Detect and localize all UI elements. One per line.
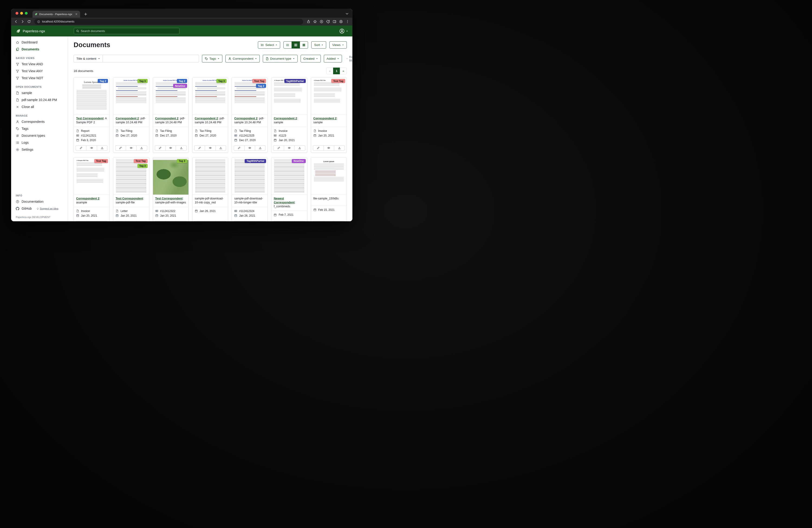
edit-button[interactable] bbox=[273, 145, 284, 151]
filter-text-input[interactable] bbox=[103, 55, 199, 62]
document-title[interactable]: Correspondent 2: pdf-sample 10.24.48 PM bbox=[192, 115, 228, 127]
view-button[interactable] bbox=[86, 221, 97, 222]
download-button[interactable] bbox=[136, 221, 147, 222]
close-window-button[interactable] bbox=[16, 12, 18, 15]
document-title[interactable]: Correspondent 2: sample bbox=[271, 115, 307, 127]
edit-button[interactable] bbox=[234, 221, 244, 222]
document-thumbnail[interactable]: Lorem ipsum bbox=[311, 158, 347, 195]
tag-badge-test-tag[interactable]: Test Tag bbox=[134, 159, 148, 163]
edit-button[interactable] bbox=[313, 145, 323, 151]
sidebar-item-document-types[interactable]: Document types bbox=[11, 132, 68, 139]
correspondent-link[interactable]: Test Correspondent bbox=[155, 197, 183, 200]
edit-button[interactable] bbox=[115, 221, 126, 222]
sidebar-item-tags[interactable]: Tags bbox=[11, 125, 68, 132]
sidebar-item-github[interactable]: GitHubSuggest an idea bbox=[11, 205, 68, 212]
document-title[interactable]: Test Correspondent: sample-pdf-with-imag… bbox=[153, 195, 188, 207]
document-thumbnail[interactable]: Adobe Acrobat PDF Files Tag 3 bbox=[113, 77, 149, 115]
sidebar-item-documents[interactable]: Documents bbox=[11, 46, 68, 53]
reset-filters-button[interactable]: Reset filters bbox=[346, 55, 352, 62]
document-title[interactable]: sample-pdf-download-10-mb-longer-title bbox=[232, 195, 267, 207]
sidebar-item-correspondents[interactable]: Correspondents bbox=[11, 118, 68, 125]
view-details-button[interactable] bbox=[300, 41, 308, 48]
download-button[interactable] bbox=[215, 221, 226, 222]
view-button[interactable] bbox=[244, 221, 255, 222]
download-button[interactable] bbox=[136, 145, 147, 151]
created-filter-button[interactable]: Created bbox=[301, 55, 321, 62]
sidebar-item-sample[interactable]: sample bbox=[11, 89, 68, 96]
tag-badge-tag-3[interactable]: Tag 3 bbox=[177, 159, 187, 163]
document-title[interactable]: file-sample_150kBs bbox=[311, 195, 347, 206]
download-button[interactable] bbox=[255, 145, 265, 151]
view-button[interactable] bbox=[205, 145, 215, 151]
sidebar-item-test-view-not[interactable]: Test View NOT bbox=[11, 74, 68, 82]
sidebar-item-test-view-and[interactable]: Test View AND bbox=[11, 61, 68, 68]
correspondent-link[interactable]: Correspondent 2 bbox=[314, 117, 337, 120]
browser-menu-button[interactable] bbox=[345, 18, 350, 25]
edit-button[interactable] bbox=[194, 145, 205, 151]
tab-close-button[interactable] bbox=[74, 12, 78, 16]
download-button[interactable] bbox=[215, 145, 226, 151]
edit-button[interactable] bbox=[155, 145, 165, 151]
user-menu[interactable] bbox=[339, 28, 348, 34]
edit-button[interactable] bbox=[76, 145, 86, 151]
download-button[interactable] bbox=[294, 221, 305, 222]
view-button[interactable] bbox=[165, 221, 176, 222]
download-button[interactable] bbox=[334, 221, 345, 222]
download-button[interactable] bbox=[176, 221, 186, 222]
tag-badge-newone[interactable]: NewOne bbox=[173, 84, 187, 88]
tag-badge-tagwithpartial[interactable]: TagWithPartial bbox=[245, 159, 266, 163]
sidebar-item-pdf-sample-10-24-48-pm[interactable]: pdf-sample 10.24.48 PM bbox=[11, 96, 68, 103]
tag-badge-tag-2[interactable]: Tag 2 bbox=[256, 84, 266, 88]
correspondent-link[interactable]: Correspondent 2 bbox=[155, 117, 178, 120]
filter-field-button[interactable]: Title & content bbox=[74, 55, 103, 62]
document-title[interactable]: Correspondent 2: pdf-sample 10.24.48 PM bbox=[153, 115, 188, 127]
minimize-window-button[interactable] bbox=[20, 12, 23, 15]
reload-button[interactable] bbox=[26, 18, 32, 25]
sidebar-item-test-view-any[interactable]: Test View ANY bbox=[11, 68, 68, 74]
side-panel-button[interactable] bbox=[332, 18, 337, 25]
correspondent-filter-button[interactable]: Correspondent bbox=[226, 55, 260, 62]
correspondent-link[interactable]: Correspondent 2 bbox=[116, 117, 139, 120]
maximize-window-button[interactable] bbox=[25, 12, 28, 15]
edit-button[interactable] bbox=[273, 221, 284, 222]
sidebar-item-dashboard[interactable]: Dashboard bbox=[11, 39, 68, 46]
document-thumbnail[interactable]: Tag 3 bbox=[153, 158, 188, 195]
suggest-an-idea-link[interactable]: Suggest an idea bbox=[37, 207, 58, 210]
edit-button[interactable] bbox=[76, 221, 86, 222]
view-button[interactable] bbox=[323, 145, 334, 151]
view-button[interactable] bbox=[284, 221, 294, 222]
document-title[interactable]: Correspondent 2: sample bbox=[311, 115, 347, 127]
sidebar-item-close-all[interactable]: Close all bbox=[11, 103, 68, 110]
address-bar[interactable]: localhost:4200/documents bbox=[34, 19, 303, 25]
profile-button[interactable] bbox=[338, 18, 344, 25]
tag-badge-tagwithpartial[interactable]: TagWithPartial bbox=[284, 79, 306, 83]
browser-tab[interactable]: Documents - Paperless-ngx bbox=[32, 11, 80, 18]
download-button[interactable] bbox=[176, 145, 186, 151]
tag-badge-newone[interactable]: NewOne bbox=[292, 159, 306, 163]
document-thumbnail[interactable]: A Simple PDF File Test Tag bbox=[311, 77, 347, 115]
document-thumbnail[interactable]: NewOne bbox=[271, 158, 307, 195]
install-button[interactable] bbox=[318, 18, 324, 25]
sort-button[interactable]: Sort bbox=[311, 41, 326, 48]
correspondent-link[interactable]: Newest Correspondent bbox=[274, 197, 294, 204]
new-tab-button[interactable] bbox=[83, 11, 89, 17]
bookmark-star-button[interactable] bbox=[312, 18, 318, 25]
edit-button[interactable] bbox=[115, 145, 126, 151]
document-thumbnail[interactable]: Adobe Acrobat PDF Files Tag 3 bbox=[192, 77, 228, 115]
document-thumbnail[interactable]: Lorem Ipsum Tag 2 bbox=[74, 77, 109, 115]
correspondent-link[interactable]: Correspondent 2 bbox=[274, 117, 297, 120]
download-button[interactable] bbox=[255, 221, 265, 222]
view-button[interactable] bbox=[205, 221, 215, 222]
document-title[interactable]: Correspondent 2: pdf-sample 10.24.48 PM bbox=[113, 115, 149, 127]
edit-button[interactable] bbox=[155, 221, 165, 222]
page-next-button[interactable]: » bbox=[340, 68, 347, 74]
sidebar-item-logs[interactable]: Logs bbox=[11, 139, 68, 146]
extensions-button[interactable] bbox=[325, 18, 331, 25]
document-thumbnail[interactable]: Test TagTag 3 bbox=[113, 158, 149, 195]
correspondent-link[interactable]: Correspondent 2 bbox=[76, 197, 99, 200]
sidebar-item-documentation[interactable]: Documentation bbox=[11, 198, 68, 205]
correspondent-link[interactable]: Test Correspondent bbox=[76, 117, 103, 120]
view-button[interactable] bbox=[126, 145, 136, 151]
view-button[interactable] bbox=[323, 221, 334, 222]
app-brand[interactable]: Paperless-ngx bbox=[11, 29, 68, 33]
